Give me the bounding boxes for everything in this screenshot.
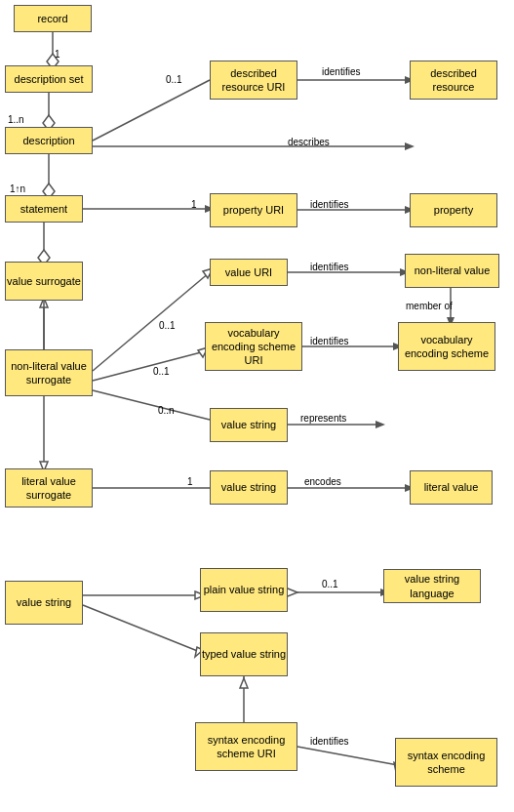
box-value-string-1: value string: [210, 408, 288, 442]
label-1yn: 1↑n: [10, 183, 25, 194]
box-typed-value-string: typed value string: [200, 632, 288, 676]
label-01-lang: 0..1: [322, 579, 338, 589]
svg-marker-33: [376, 421, 385, 428]
label-01-1: 0..1: [166, 74, 182, 85]
svg-line-6: [93, 80, 210, 141]
svg-line-31: [93, 390, 210, 420]
box-syntax-enc-scheme-uri: syntax encoding scheme URI: [195, 722, 297, 771]
box-statement: statement: [5, 195, 83, 223]
box-value-string-main: value string: [5, 581, 83, 625]
box-described-resource: described resource: [410, 61, 497, 100]
box-plain-value-string: plain value string: [200, 568, 288, 612]
label-1-lit: 1: [187, 476, 193, 487]
box-non-literal-value: non-literal value: [405, 254, 499, 288]
svg-marker-8: [405, 142, 415, 150]
box-value-surrogate: value surrogate: [5, 262, 83, 301]
label-member-of: member of: [406, 301, 453, 311]
label-1-record: 1: [55, 49, 60, 60]
box-described-resource-uri: described resource URI: [210, 61, 297, 100]
label-identifies-val: identifies: [310, 262, 348, 272]
box-description-set: description set: [5, 65, 93, 93]
box-literal-value-surrogate: literal value surrogate: [5, 468, 93, 508]
label-identifies-vocab: identifies: [310, 336, 348, 346]
diagram: record description set described resourc…: [0, 0, 514, 812]
label-describes: describes: [288, 137, 330, 147]
box-property-uri: property URI: [210, 193, 297, 227]
box-vocab-enc-scheme-uri: vocabulary encoding scheme URI: [205, 322, 302, 371]
svg-line-46: [297, 747, 398, 765]
svg-marker-45: [240, 678, 248, 688]
box-value-string-language: value string language: [383, 569, 481, 603]
box-non-literal-value-surrogate: non-literal value surrogate: [5, 349, 93, 396]
svg-line-25: [93, 351, 205, 381]
svg-line-39: [83, 605, 200, 652]
box-property: property: [410, 193, 497, 227]
label-encodes: encodes: [304, 476, 341, 487]
box-record: record: [14, 5, 92, 32]
label-01-vocab2: 0..1: [153, 366, 170, 377]
box-value-string-2: value string: [210, 470, 288, 505]
label-1n: 1..n: [8, 114, 24, 125]
label-0n: 0..n: [158, 405, 175, 416]
box-description: description: [5, 127, 93, 154]
svg-line-23: [93, 272, 210, 371]
box-literal-value: literal value: [410, 470, 493, 505]
box-syntax-enc-scheme: syntax encoding scheme: [395, 738, 497, 787]
box-vocab-enc-scheme: vocabulary encoding scheme: [398, 322, 495, 371]
label-identifies-prop: identifies: [310, 199, 348, 210]
label-01-vocab: 0..1: [159, 320, 176, 331]
label-identifies-syntax: identifies: [310, 736, 348, 747]
diagram-lines: [0, 0, 514, 812]
label-1-stmt: 1: [191, 199, 197, 210]
box-value-uri: value URI: [210, 259, 288, 286]
label-identifies-1: identifies: [322, 66, 360, 77]
label-represents: represents: [300, 413, 346, 424]
